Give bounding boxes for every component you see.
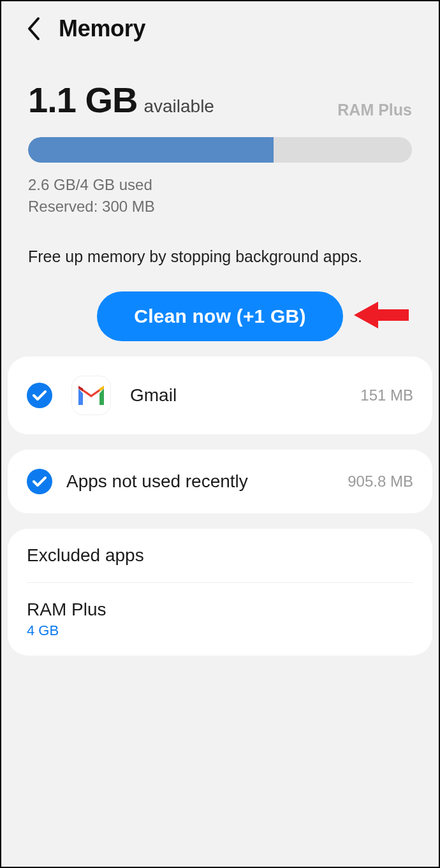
checkbox-checked-icon[interactable] <box>27 383 52 408</box>
annotation-arrow-icon <box>354 299 409 334</box>
memory-summary: 1.1 GB available RAM Plus 2.6 GB/4 GB us… <box>1 54 439 341</box>
setting-label: Excluded apps <box>27 545 413 566</box>
setting-label: RAM Plus <box>27 600 413 620</box>
app-name: Gmail <box>130 385 346 406</box>
available-label: available <box>143 96 214 121</box>
clean-now-button[interactable]: Clean now (+1 GB) <box>97 291 342 341</box>
app-size: 151 MB <box>360 386 413 404</box>
app-name: Apps not used recently <box>66 471 334 492</box>
header: Memory <box>1 1 439 54</box>
memory-bar <box>28 137 412 163</box>
list-item[interactable]: Apps not used recently 905.8 MB <box>8 450 432 513</box>
app-card: Apps not used recently 905.8 MB <box>8 450 432 513</box>
reserved-line: Reserved: 300 MB <box>28 196 412 217</box>
back-icon[interactable] <box>26 17 41 41</box>
svg-marker-0 <box>354 302 409 328</box>
app-size: 905.8 MB <box>348 473 413 490</box>
ram-plus-link[interactable]: RAM Plus <box>337 101 412 121</box>
ram-plus-row[interactable]: RAM Plus 4 GB <box>8 583 432 656</box>
settings-card: Excluded apps RAM Plus 4 GB <box>8 529 432 656</box>
available-amount: 1.1 GB <box>28 79 137 121</box>
memory-bar-fill <box>28 137 274 163</box>
page-title: Memory <box>59 15 145 42</box>
gmail-icon <box>71 376 111 415</box>
setting-value: 4 GB <box>27 622 413 639</box>
memory-stats: 2.6 GB/4 GB used Reserved: 300 MB <box>28 174 412 217</box>
app-card: Gmail 151 MB <box>8 357 432 434</box>
list-item[interactable]: Gmail 151 MB <box>8 357 432 434</box>
used-line: 2.6 GB/4 GB used <box>28 174 412 196</box>
checkbox-checked-icon[interactable] <box>27 469 52 494</box>
excluded-apps-row[interactable]: Excluded apps <box>8 529 432 582</box>
memory-hint: Free up memory by stopping background ap… <box>28 247 412 266</box>
